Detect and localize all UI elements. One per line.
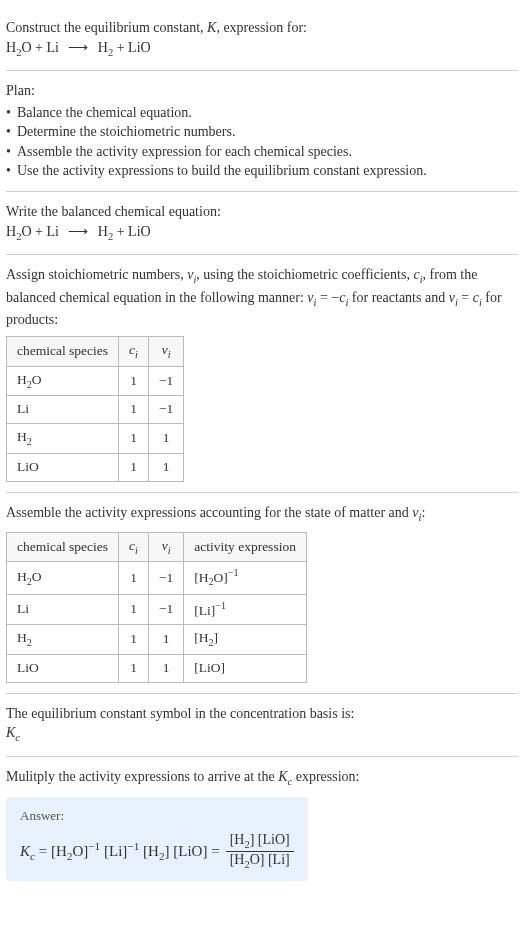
table-row: LiO 1 1: [7, 454, 184, 482]
prompt-line: Construct the equilibrium constant, K, e…: [6, 18, 518, 38]
stoich-section: Assign stoichiometric numbers, νi, using…: [6, 255, 518, 493]
numerator: [H2] [LiO]: [226, 832, 294, 852]
activity-heading: Assemble the activity expressions accoun…: [6, 503, 518, 525]
prompt-text-b: , expression for:: [216, 20, 307, 35]
plan-item: •Determine the stoichiometric numbers.: [6, 122, 518, 142]
balanced-section: Write the balanced chemical equation: H2…: [6, 192, 518, 255]
table-row: H2 1 1 [H2]: [7, 625, 307, 655]
balanced-heading: Write the balanced chemical equation:: [6, 202, 518, 222]
kc-symbol-section: The equilibrium constant symbol in the c…: [6, 694, 518, 757]
kc-line: The equilibrium constant symbol in the c…: [6, 704, 518, 724]
bullet-icon: •: [6, 142, 11, 162]
answer-label: Answer:: [20, 807, 294, 825]
plan-heading: Plan:: [6, 81, 518, 101]
multiply-section: Mulitply the activity expressions to arr…: [6, 757, 518, 793]
fraction: [H2] [LiO] [H2O] [Li]: [226, 832, 294, 872]
prompt-text: Construct the equilibrium constant,: [6, 20, 207, 35]
col-ci: ci: [119, 336, 149, 366]
plan-item: •Balance the chemical equation.: [6, 103, 518, 123]
col-species: chemical species: [7, 336, 119, 366]
answer-formula: Kc = [H2O]−1 [Li]−1 [H2] [LiO] = [H2] [L…: [20, 832, 294, 872]
balanced-equation: H2O + Li ⟶ H2 + LiO: [6, 222, 518, 244]
plan-item: •Use the activity expressions to build t…: [6, 161, 518, 181]
plan-section: Plan: •Balance the chemical equation. •D…: [6, 71, 518, 192]
activity-table: chemical species ci νi activity expressi…: [6, 532, 307, 683]
table-row: H2O 1 −1: [7, 366, 184, 396]
table-row: Li 1 −1 [Li]−1: [7, 594, 307, 624]
plan-item: •Assemble the activity expression for ea…: [6, 142, 518, 162]
denominator: [H2O] [Li]: [226, 852, 294, 871]
col-ci: ci: [119, 532, 149, 562]
col-species: chemical species: [7, 532, 119, 562]
stoich-table: chemical species ci νi H2O 1 −1 Li 1 −1 …: [6, 336, 184, 482]
col-nui: νi: [148, 532, 183, 562]
bullet-icon: •: [6, 103, 11, 123]
answer-box: Answer: Kc = [H2O]−1 [Li]−1 [H2] [LiO] =…: [6, 797, 308, 881]
k-symbol: K: [207, 20, 216, 35]
multiply-text: Mulitply the activity expressions to arr…: [6, 767, 518, 789]
reaction-arrow: ⟶: [62, 40, 94, 55]
table-row: LiO 1 1 [LiO]: [7, 655, 307, 683]
col-expr: activity expression: [184, 532, 307, 562]
activity-section: Assemble the activity expressions accoun…: [6, 493, 518, 694]
col-nui: νi: [148, 336, 183, 366]
table-row: Li 1 −1: [7, 396, 184, 424]
table-row: H2 1 1: [7, 424, 184, 454]
table-header-row: chemical species ci νi activity expressi…: [7, 532, 307, 562]
prompt-section: Construct the equilibrium constant, K, e…: [6, 8, 518, 71]
table-row: H2O 1 −1 [H2O]−1: [7, 562, 307, 594]
table-header-row: chemical species ci νi: [7, 336, 184, 366]
plan-list: •Balance the chemical equation. •Determi…: [6, 103, 518, 181]
reaction-arrow: ⟶: [62, 224, 94, 239]
kc-symbol: Kc: [6, 723, 518, 745]
unbalanced-equation: H2O + Li ⟶ H2 + LiO: [6, 38, 518, 60]
bullet-icon: •: [6, 122, 11, 142]
bullet-icon: •: [6, 161, 11, 181]
stoich-text: Assign stoichiometric numbers, νi, using…: [6, 265, 518, 330]
